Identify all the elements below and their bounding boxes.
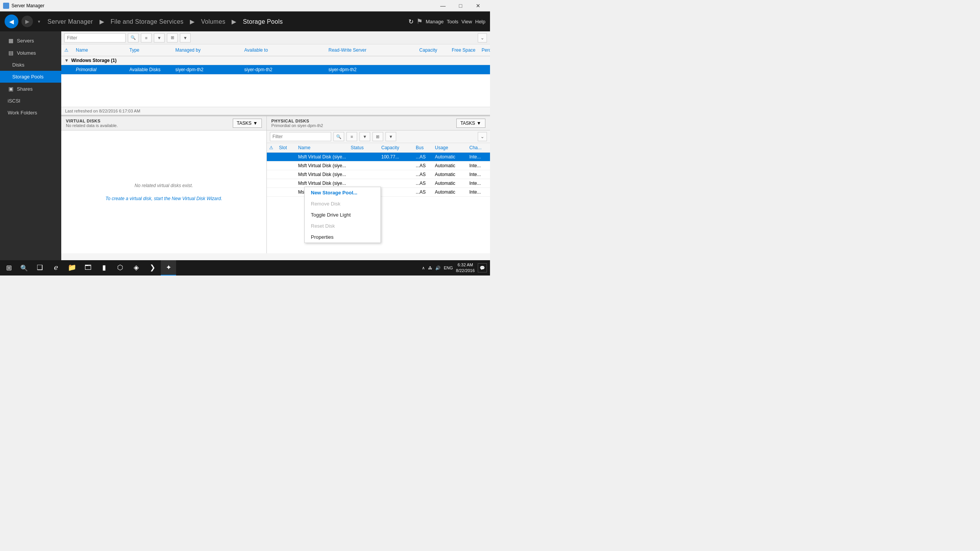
phys-chassis-header[interactable]: Cha... (467, 145, 490, 150)
sidebar-item-disks[interactable]: Disks (0, 59, 61, 71)
available-col-header[interactable]: Available to (241, 47, 325, 54)
sidebar-label-servers: Servers (17, 38, 34, 44)
phys-table-row[interactable]: Msft Virtual Disk (siye... ...AS Automat… (267, 170, 490, 179)
taskbar-time-text: 6:32 AM (456, 262, 475, 268)
refresh-button[interactable]: ↻ (408, 18, 413, 25)
nav-history-dropdown[interactable]: ▼ (36, 16, 42, 27)
phys-sort-dropdown[interactable]: ▼ (385, 132, 396, 141)
row-managed-cell: siyer-dpm-th2 (172, 67, 241, 72)
context-menu-item-toggle-drive-light[interactable]: Toggle Drive Light (305, 209, 381, 220)
pct-col-header[interactable]: Percent Allocated (479, 47, 490, 54)
sort-dropdown-button[interactable]: ▼ (180, 33, 191, 42)
create-virtual-disk-link[interactable]: To create a virtual disk, start the New … (106, 196, 222, 201)
maximize-button[interactable]: □ (452, 0, 469, 11)
virtual-disks-subtitle: No related data is available. (66, 123, 118, 128)
phys-search-button[interactable]: 🔍 (333, 132, 344, 141)
physical-disks-filter[interactable] (270, 132, 331, 141)
virtual-disks-tasks-button[interactable]: TASKS ▼ (233, 119, 262, 128)
manage-menu[interactable]: Manage (426, 19, 444, 24)
phys-chassis-cell: Inte... (467, 189, 490, 195)
breadcrumb-part3[interactable]: Volumes (201, 18, 225, 25)
phys-table-row[interactable]: Msft Virtual Disk (siye... 100.77... ...… (267, 153, 490, 161)
breadcrumb-current: Storage Pools (243, 18, 283, 25)
sidebar-item-storage-pools[interactable]: Storage Pools (0, 71, 61, 83)
view-dropdown-button[interactable]: ▼ (154, 33, 165, 42)
taskbar-app-active[interactable]: ✦ (161, 260, 176, 276)
type-col-header[interactable]: Type (126, 47, 172, 54)
taskbar-notification-button[interactable]: 💬 (478, 263, 487, 272)
phys-cap-cell: 100.77... (379, 154, 413, 160)
capacity-col-header[interactable]: Capacity (402, 47, 440, 54)
filter-search-button[interactable]: 🔍 (128, 33, 139, 42)
storage-pools-filter[interactable] (64, 33, 126, 42)
managed-col-header[interactable]: Managed by (172, 47, 241, 54)
sidebar-item-volumes[interactable]: ▤ Volumes (0, 47, 61, 59)
virtual-disks-header: VIRTUAL DISKS No related data is availab… (61, 116, 266, 130)
table-row[interactable]: Primordial Available Disks siyer-dpm-th2… (61, 65, 490, 75)
phys-usage-cell: Automatic (433, 172, 467, 177)
phys-name-cell: Msft Virtual Disk (siye... (296, 181, 348, 186)
taskbar-app-3[interactable]: 🗔 (80, 260, 96, 276)
taskbar-tray: ∧ 🖧 🔊 ENG 6:32 AM 8/22/2016 💬 (419, 262, 490, 274)
free-space-col-header[interactable]: Free Space (440, 47, 479, 54)
phys-status-header[interactable]: Status (348, 145, 379, 150)
breadcrumb-part1[interactable]: Server Manager (47, 18, 93, 25)
taskbar-app-4[interactable]: ⬡ (113, 260, 128, 276)
tools-menu[interactable]: Tools (447, 19, 458, 24)
taskbar-app-console[interactable]: ▮ (96, 260, 112, 276)
sidebar-item-servers[interactable]: ▦ Servers (0, 34, 61, 47)
phys-bus-cell: ...AS (413, 181, 433, 186)
sidebar-item-iscsi[interactable]: iSCSI (0, 95, 61, 107)
sidebar-item-work-folders[interactable]: Work Folders (0, 107, 61, 119)
breadcrumb-part2[interactable]: File and Storage Services (111, 18, 184, 25)
taskbar-app-explorer[interactable]: 📁 (64, 260, 80, 276)
last-refreshed: Last refreshed on 8/22/2016 6:17:03 AM (61, 107, 490, 115)
warning-col-header: ⚠ (61, 47, 73, 54)
phys-name-cell: Msft Virtual Disk (siye... (296, 172, 348, 177)
phys-expand-button[interactable]: ⌄ (478, 132, 487, 141)
phys-table-row[interactable]: Msft Virtual Disk (siye... ...AS Automat… (267, 161, 490, 170)
taskbar-search-button[interactable]: 🔍 (18, 260, 31, 276)
minimize-button[interactable]: — (434, 0, 452, 11)
phys-bus-header[interactable]: Bus (413, 145, 433, 150)
group-collapse-icon[interactable]: ▼ (64, 58, 69, 63)
phys-slot-header[interactable]: Slot (277, 145, 296, 150)
phys-name-header[interactable]: Name (296, 145, 348, 150)
storage-pools-table-header: ⚠ Name Type Managed by Available to Read… (61, 44, 490, 56)
storage-pools-group: ▼ Windows Storage (1) (61, 56, 490, 65)
context-menu-item-reset-disk: Reset Disk (305, 220, 381, 231)
view-toggle-button[interactable]: ≡ (141, 33, 152, 42)
expand-button[interactable]: ⌄ (478, 33, 487, 42)
name-col-header[interactable]: Name (73, 47, 126, 54)
taskbar-app-5[interactable]: ◈ (129, 260, 144, 276)
phys-sort-button[interactable]: ⊞ (372, 132, 383, 141)
context-menu-item-properties[interactable]: Properties (305, 231, 381, 243)
tray-volume-icon[interactable]: 🔊 (435, 266, 441, 271)
breadcrumb-sep2: ▶ (190, 18, 196, 25)
view-menu[interactable]: View (461, 19, 472, 24)
sidebar-item-shares[interactable]: ▣ Shares (0, 83, 61, 95)
close-button[interactable]: ✕ (469, 0, 487, 11)
back-button[interactable]: ◀ (5, 15, 18, 28)
physical-disks-tasks-button[interactable]: TASKS ▼ (456, 119, 485, 128)
row-type-cell: Available Disks (126, 67, 172, 72)
forward-button[interactable]: ▶ (21, 16, 33, 27)
tray-up-arrow[interactable]: ∧ (422, 266, 425, 271)
phys-usage-header[interactable]: Usage (433, 145, 467, 150)
storage-pools-panel: 🔍 ≡ ▼ ⊞ ▼ ⌄ ⚠ Name Type Managed by Avail… (61, 31, 490, 116)
phys-usage-cell: Automatic (433, 163, 467, 168)
taskbar-clock[interactable]: 6:32 AM 8/22/2016 (456, 262, 475, 274)
breadcrumb-sep3: ▶ (232, 18, 238, 25)
phys-view-button[interactable]: ≡ (346, 132, 357, 141)
phys-view-dropdown[interactable]: ▼ (359, 132, 370, 141)
sidebar-label-shares: Shares (17, 86, 33, 92)
sort-button[interactable]: ⊞ (167, 33, 178, 42)
help-menu[interactable]: Help (475, 19, 485, 24)
taskbar-app-taskview[interactable]: ❑ (32, 260, 47, 276)
phys-capacity-header[interactable]: Capacity (379, 145, 413, 150)
rw-col-header[interactable]: Read-Write Server (325, 47, 402, 54)
context-menu-item-new-storage-pool[interactable]: New Storage Pool... (305, 187, 381, 198)
taskbar-app-powershell[interactable]: ❯ (145, 260, 160, 276)
taskbar-app-ie[interactable]: ℯ (48, 260, 64, 276)
start-button[interactable]: ⊞ (0, 260, 18, 276)
